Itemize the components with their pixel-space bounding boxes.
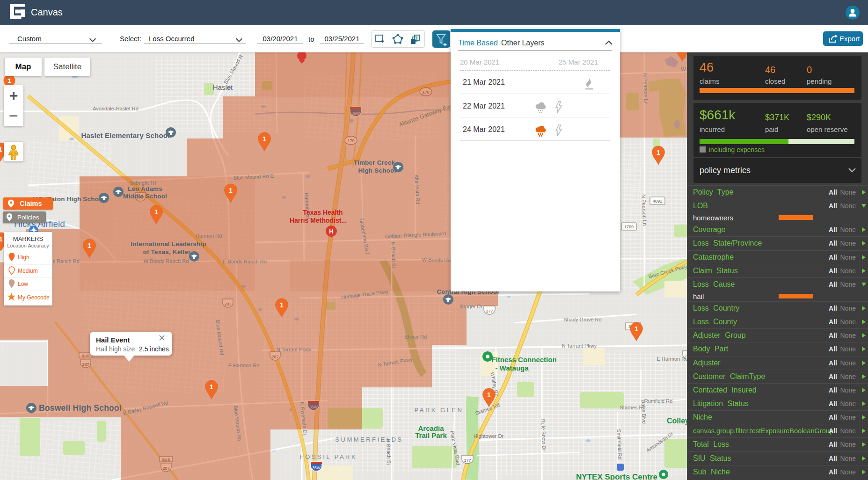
svg-text:1: 1 bbox=[154, 208, 158, 216]
svg-text:1: 1 bbox=[680, 52, 684, 53]
svg-text:1: 1 bbox=[229, 187, 233, 194]
svg-text:1: 1 bbox=[210, 383, 213, 391]
svg-text:1: 1 bbox=[0, 235, 3, 243]
svg-text:1: 1 bbox=[635, 325, 638, 333]
svg-text:1: 1 bbox=[280, 301, 284, 309]
svg-text:1: 1 bbox=[7, 77, 11, 84]
svg-text:1: 1 bbox=[656, 149, 660, 156]
svg-text:1: 1 bbox=[487, 391, 491, 399]
svg-text:1: 1 bbox=[0, 145, 2, 153]
svg-text:1: 1 bbox=[88, 242, 91, 249]
svg-text:1: 1 bbox=[263, 135, 266, 143]
